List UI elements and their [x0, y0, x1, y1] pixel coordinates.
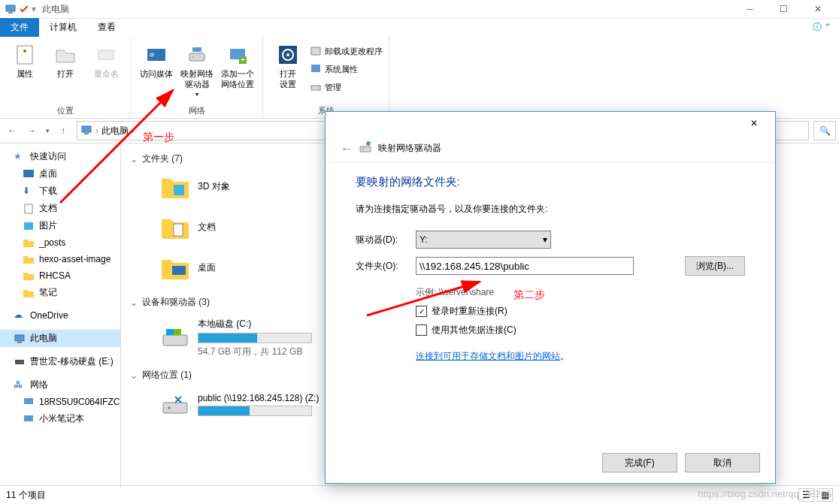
sidebar-desktop[interactable]: 桌面	[0, 165, 120, 183]
label: 设备和驱动器 (3)	[142, 296, 210, 309]
svg-rect-28	[24, 415, 33, 421]
svg-point-36	[168, 406, 171, 409]
nav-up-icon[interactable]: ↑	[54, 122, 72, 140]
dialog-titlebar: ✕	[326, 112, 775, 134]
checkbox-checked-icon: ✓	[416, 306, 427, 317]
cancel-button[interactable]: 取消	[685, 453, 760, 472]
svg-point-15	[286, 53, 289, 56]
nav-dropdown-icon[interactable]: ▾	[42, 122, 53, 140]
sidebar-onedrive[interactable]: ☁OneDrive	[0, 307, 120, 324]
view-icons-icon[interactable]: ▦	[817, 488, 833, 502]
finish-button[interactable]: 完成(F)	[602, 453, 677, 472]
ribbon-add-location[interactable]: +添加一个 网络位置	[219, 40, 256, 104]
group-label: 位置	[6, 104, 125, 118]
item-count: 11 个项目	[6, 489, 46, 502]
ribbon-sysprops[interactable]: 系统属性	[310, 61, 383, 77]
window-title: 此电脑	[42, 3, 69, 16]
dropdown-icon: ▾	[195, 89, 198, 100]
sidebar-ext-drive[interactable]: 曹世宏-移动硬盘 (E:)	[0, 353, 120, 370]
chevron-down-icon: ⌄	[130, 297, 138, 308]
label: 卸载或更改程序	[325, 46, 383, 56]
label: 添加一个 网络位置	[221, 68, 254, 89]
ribbon-access-media[interactable]: 访问媒体	[138, 40, 175, 104]
sidebar-net2[interactable]: 小米笔记本	[0, 410, 120, 427]
othercreds-checkbox[interactable]: 使用其他凭据连接(C)	[416, 321, 745, 340]
tab-file[interactable]: 文件	[0, 18, 39, 37]
close-button[interactable]: ✕	[801, 0, 834, 18]
nav-forward-icon[interactable]: →	[23, 122, 41, 140]
label: 打开	[57, 68, 74, 79]
search-button[interactable]: 🔍	[813, 121, 836, 140]
drive-icon	[359, 140, 372, 156]
check-icon[interactable]	[18, 3, 30, 15]
drive-label: 驱动器(D):	[356, 234, 416, 246]
svg-point-38	[362, 148, 364, 149]
label: 重命名	[94, 68, 119, 79]
sidebar-pictures[interactable]: 图片	[0, 217, 120, 234]
sidebar-notes[interactable]: 笔记	[0, 284, 120, 301]
ribbon-properties[interactable]: 属性	[6, 40, 44, 104]
svg-rect-21	[23, 170, 34, 177]
sidebar-network[interactable]: 🖧网络	[0, 376, 120, 394]
label: 属性	[17, 68, 33, 79]
group-label: 网络	[138, 104, 256, 118]
svg-rect-0	[6, 5, 15, 11]
sidebar-posts[interactable]: _posts	[0, 234, 120, 251]
sidebar-hexo[interactable]: hexo-asset-image	[0, 251, 120, 267]
nav-back-icon[interactable]: ←	[3, 122, 21, 140]
label: 文件夹 (7)	[142, 152, 183, 165]
label: 曹世宏-移动硬盘 (E:)	[30, 355, 114, 368]
quick-access-toolbar: ▾	[5, 3, 36, 15]
svg-rect-23	[24, 222, 33, 230]
label: 网络	[30, 379, 48, 391]
ribbon-map-drive[interactable]: 映射网络 驱动器▾	[178, 40, 216, 104]
reconnect-checkbox[interactable]: ✓登录时重新连接(R)	[416, 302, 745, 321]
svg-rect-2	[17, 46, 32, 64]
browse-button[interactable]: 浏览(B)...	[685, 256, 745, 276]
label: 映射网络 驱动器	[180, 68, 214, 89]
label: 小米笔记本	[39, 412, 84, 425]
qat-dropdown-icon[interactable]: ▾	[32, 4, 36, 14]
dialog-back-icon[interactable]: ←	[341, 142, 353, 155]
ribbon-open[interactable]: 打开	[47, 40, 84, 104]
chevron-down-icon: ⌄	[130, 370, 138, 381]
label: 完成(F)	[625, 457, 654, 469]
drive-select[interactable]: Y:▾	[416, 231, 551, 249]
tab-view[interactable]: 查看	[87, 18, 126, 37]
label: 使用其他凭据连接(C)	[432, 324, 516, 337]
folder-label: 文件夹(O):	[356, 260, 416, 273]
svg-text:+: +	[241, 56, 245, 64]
label: 网络位置 (1)	[142, 369, 192, 382]
sidebar-rhcsa[interactable]: RHCSA	[0, 267, 120, 284]
svg-rect-30	[174, 224, 183, 236]
ribbon-open-settings[interactable]: 打开 设置	[269, 40, 307, 104]
tab-computer[interactable]: 计算机	[39, 18, 87, 37]
drive-value: Y:	[420, 234, 428, 245]
svg-rect-19	[82, 126, 91, 132]
svg-rect-37	[360, 146, 371, 152]
dialog-close-button[interactable]: ✕	[739, 113, 769, 134]
ribbon-manage[interactable]: 管理	[310, 79, 383, 95]
pc-icon	[5, 3, 17, 15]
label: OneDrive	[30, 310, 68, 321]
label: 3D 对象	[198, 180, 230, 193]
storage-link[interactable]: 连接到可用于存储文档和图片的网站	[416, 351, 560, 361]
folder-input[interactable]	[416, 257, 634, 275]
label: 访问媒体	[140, 68, 173, 79]
map-drive-dialog: ✕ ← 映射网络驱动器 要映射的网络文件夹: 请为连接指定驱动器号，以及你要连接…	[325, 111, 776, 484]
sidebar-downloads[interactable]: ⬇下载	[0, 183, 120, 200]
sidebar-quick-access[interactable]: ★快速访问	[0, 148, 120, 165]
label: 图片	[39, 219, 57, 232]
sidebar-this-pc[interactable]: 此电脑	[0, 330, 120, 347]
svg-point-8	[192, 56, 194, 58]
ribbon-uninstall[interactable]: 卸载或更改程序	[310, 43, 383, 59]
maximize-button[interactable]: ☐	[767, 0, 801, 18]
view-details-icon[interactable]: ☰	[798, 488, 814, 502]
svg-rect-31	[172, 266, 186, 275]
ribbon-rename[interactable]: 重命名	[87, 40, 125, 104]
sidebar-net1[interactable]: 18RS5U9C064IFZC	[0, 394, 120, 410]
ribbon-collapse-icon[interactable]: ⓘ ⌃	[805, 18, 839, 37]
minimize-button[interactable]: ─	[733, 0, 767, 18]
svg-rect-7	[189, 53, 204, 61]
sidebar-documents[interactable]: 文档	[0, 200, 120, 217]
